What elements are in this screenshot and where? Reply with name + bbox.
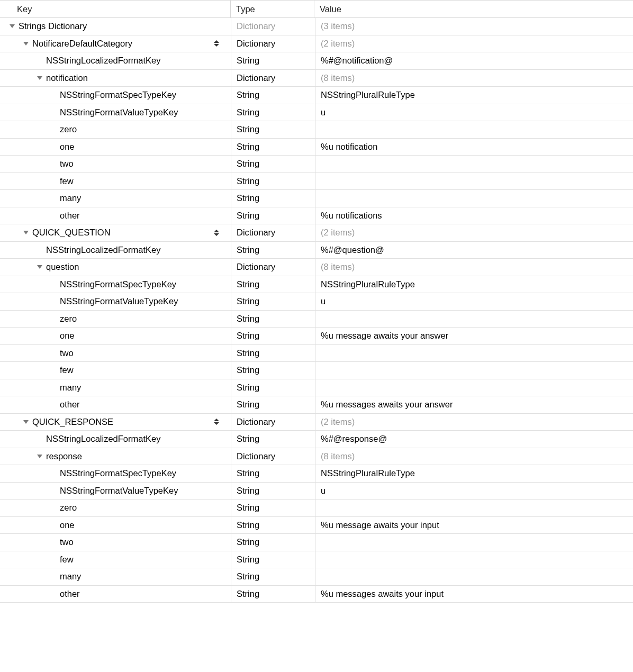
row-value-label[interactable]: (3 items)	[321, 21, 355, 31]
row-key-label[interactable]: few	[60, 555, 74, 565]
table-row[interactable]: oneString%u message awaits your answer	[0, 328, 633, 345]
row-key-label[interactable]: many	[60, 193, 81, 203]
table-row[interactable]: otherString%u messages awaits your input	[0, 586, 633, 603]
row-value-label[interactable]: (2 items)	[321, 39, 355, 49]
table-row[interactable]: notificationDictionary(8 items)	[0, 70, 633, 87]
row-type-label[interactable]: String	[237, 537, 259, 547]
row-value-label[interactable]: %#@response@	[321, 434, 387, 444]
row-key-label[interactable]: few	[60, 365, 74, 375]
row-type-label[interactable]: String	[237, 348, 259, 358]
row-key-label[interactable]: NSStringLocalizedFormatKey	[46, 245, 160, 255]
table-row[interactable]: fewString	[0, 362, 633, 379]
disclosure-triangle-icon[interactable]	[37, 265, 42, 269]
table-row[interactable]: QUICK_RESPONSEDictionary(2 items)	[0, 414, 633, 431]
row-value-label[interactable]: (2 items)	[321, 417, 355, 427]
table-row[interactable]: twoString	[0, 156, 633, 173]
row-type-label[interactable]: String	[237, 314, 259, 324]
table-row[interactable]: zeroString	[0, 500, 633, 517]
row-type-label[interactable]: String	[237, 56, 259, 66]
row-type-label[interactable]: String	[237, 365, 259, 375]
key-type-stepper-icon[interactable]	[214, 419, 219, 425]
row-key-label[interactable]: one	[60, 331, 75, 341]
table-row[interactable]: oneString%u notification	[0, 139, 633, 156]
disclosure-triangle-icon[interactable]	[37, 76, 42, 80]
table-row[interactable]: QUICK_QUESTIONDictionary(2 items)	[0, 224, 633, 242]
row-type-label[interactable]: String	[237, 399, 259, 410]
row-type-label[interactable]: String	[237, 193, 259, 203]
row-value-label[interactable]: %u messages awaits your answer	[321, 399, 453, 410]
table-row[interactable]: Strings DictionaryDictionary(3 items)	[0, 18, 633, 35]
table-row[interactable]: manyString	[0, 379, 633, 397]
disclosure-triangle-icon[interactable]	[10, 24, 15, 28]
row-type-label[interactable]: String	[237, 503, 259, 513]
row-type-label[interactable]: String	[237, 176, 259, 186]
row-key-label[interactable]: other	[60, 589, 80, 599]
row-value-label[interactable]: u	[321, 296, 325, 306]
row-key-label[interactable]: few	[60, 176, 74, 186]
row-value-label[interactable]: %u notifications	[321, 211, 382, 221]
row-type-label[interactable]: String	[237, 279, 259, 289]
row-key-label[interactable]: two	[60, 159, 74, 169]
row-type-label[interactable]: Dictionary	[237, 73, 275, 83]
row-type-label[interactable]: String	[237, 211, 259, 221]
row-key-label[interactable]: zero	[60, 314, 77, 324]
table-row[interactable]: NSStringFormatSpecTypeKeyStringNSStringP…	[0, 87, 633, 104]
row-type-label[interactable]: String	[237, 434, 259, 444]
row-value-label[interactable]: NSStringPluralRuleType	[321, 90, 415, 100]
row-type-label[interactable]: Dictionary	[237, 262, 275, 272]
row-key-label[interactable]: question	[46, 262, 79, 272]
row-value-label[interactable]: (8 items)	[321, 73, 355, 83]
row-key-label[interactable]: notification	[46, 73, 88, 83]
table-row[interactable]: fewString	[0, 173, 633, 190]
row-value-label[interactable]: %#@question@	[321, 245, 384, 255]
row-type-label[interactable]: String	[237, 468, 259, 478]
table-row[interactable]: zeroString	[0, 311, 633, 328]
row-value-label[interactable]: (8 items)	[321, 262, 355, 272]
row-type-label[interactable]: String	[237, 520, 259, 530]
table-row[interactable]: NSStringLocalizedFormatKeyString%#@quest…	[0, 242, 633, 259]
row-type-label[interactable]: String	[237, 486, 259, 496]
row-type-label[interactable]: String	[237, 383, 259, 393]
row-type-label[interactable]: String	[237, 555, 259, 565]
row-type-label[interactable]: String	[237, 142, 259, 152]
row-type-label[interactable]: Dictionary	[237, 228, 275, 238]
row-value-label[interactable]: %u message awaits your answer	[321, 331, 448, 341]
column-header-key[interactable]: Key	[0, 1, 231, 17]
column-header-type[interactable]: Type	[231, 1, 314, 17]
row-type-label[interactable]: String	[237, 90, 259, 100]
table-row[interactable]: NSStringFormatValueTypeKeyStringu	[0, 104, 633, 122]
row-key-label[interactable]: QUICK_RESPONSE	[32, 417, 113, 427]
row-key-label[interactable]: NSStringFormatSpecTypeKey	[60, 468, 176, 478]
row-key-label[interactable]: NSStringLocalizedFormatKey	[46, 434, 160, 444]
row-key-label[interactable]: many	[60, 571, 81, 582]
row-value-label[interactable]: u	[321, 107, 325, 117]
disclosure-triangle-icon[interactable]	[37, 455, 42, 458]
row-value-label[interactable]: %#@notification@	[321, 56, 393, 66]
table-row[interactable]: oneString%u message awaits your input	[0, 517, 633, 534]
row-type-label[interactable]: String	[237, 296, 259, 306]
row-key-label[interactable]: response	[46, 451, 82, 461]
row-type-label[interactable]: String	[237, 589, 259, 599]
table-row[interactable]: zeroString	[0, 121, 633, 139]
row-key-label[interactable]: other	[60, 211, 80, 221]
table-row[interactable]: NSStringLocalizedFormatKeyString%#@notif…	[0, 52, 633, 70]
table-row[interactable]: otherString%u messages awaits your answe…	[0, 396, 633, 414]
row-key-label[interactable]: one	[60, 520, 75, 530]
table-row[interactable]: otherString%u notifications	[0, 207, 633, 225]
table-row[interactable]: questionDictionary(8 items)	[0, 259, 633, 276]
table-row[interactable]: responseDictionary(8 items)	[0, 448, 633, 466]
column-header-value[interactable]: Value	[314, 1, 633, 17]
table-row[interactable]: NSStringFormatSpecTypeKeyStringNSStringP…	[0, 465, 633, 483]
row-type-label[interactable]: String	[237, 159, 259, 169]
row-key-label[interactable]: one	[60, 142, 75, 152]
row-type-label[interactable]: Dictionary	[237, 417, 275, 427]
key-type-stepper-icon[interactable]	[214, 40, 219, 47]
row-key-label[interactable]: many	[60, 383, 81, 393]
row-value-label[interactable]: (2 items)	[321, 228, 355, 238]
table-row[interactable]: manyString	[0, 190, 633, 207]
row-type-label[interactable]: Dictionary	[237, 21, 275, 31]
table-row[interactable]: NotificareDefaultCategoryDictionary(2 it…	[0, 35, 633, 53]
row-key-label[interactable]: NotificareDefaultCategory	[32, 39, 132, 49]
table-row[interactable]: twoString	[0, 534, 633, 551]
table-row[interactable]: manyString	[0, 568, 633, 586]
